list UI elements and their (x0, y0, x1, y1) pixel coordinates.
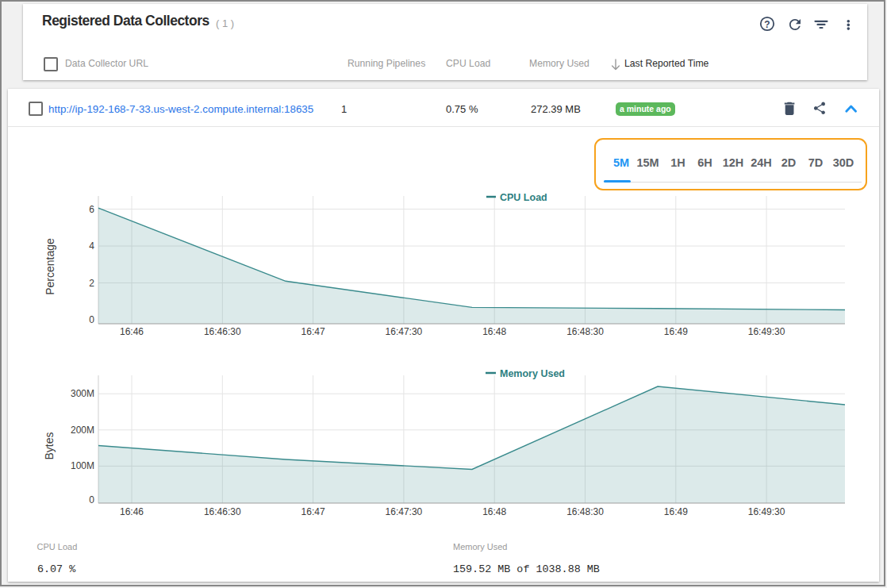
svg-text:100M: 100M (71, 460, 94, 471)
svg-text:Memory Used: Memory Used (500, 368, 565, 379)
svg-text:16:47: 16:47 (301, 326, 325, 337)
svg-text:CPU Load: CPU Load (500, 192, 547, 203)
svg-text:Bytes: Bytes (43, 432, 56, 459)
svg-text:16:46: 16:46 (120, 326, 144, 337)
svg-text:2: 2 (89, 278, 94, 289)
svg-text:4: 4 (89, 240, 94, 252)
svg-text:16:46:30: 16:46:30 (204, 326, 241, 337)
svg-text:?: ? (764, 19, 770, 30)
svg-text:0: 0 (89, 314, 94, 325)
svg-text:16:47:30: 16:47:30 (386, 506, 423, 517)
svg-text:16:49:30: 16:49:30 (748, 506, 785, 517)
svg-text:16:49:30: 16:49:30 (748, 326, 785, 337)
svg-text:200M: 200M (71, 425, 94, 436)
svg-text:16:47: 16:47 (301, 506, 325, 517)
svg-text:6: 6 (89, 204, 94, 215)
svg-text:16:48: 16:48 (482, 326, 506, 337)
svg-text:16:48:30: 16:48:30 (566, 326, 604, 337)
svg-text:16:48: 16:48 (482, 506, 506, 517)
svg-text:16:46: 16:46 (120, 506, 144, 517)
svg-text:0: 0 (89, 494, 94, 505)
svg-text:Percentage: Percentage (44, 238, 56, 295)
svg-text:300M: 300M (71, 388, 94, 399)
svg-text:16:48:30: 16:48:30 (566, 506, 604, 517)
svg-text:16:47:30: 16:47:30 (386, 326, 423, 337)
svg-text:16:49: 16:49 (664, 326, 688, 337)
svg-text:16:49: 16:49 (664, 506, 688, 517)
svg-text:16:46:30: 16:46:30 (204, 506, 241, 517)
